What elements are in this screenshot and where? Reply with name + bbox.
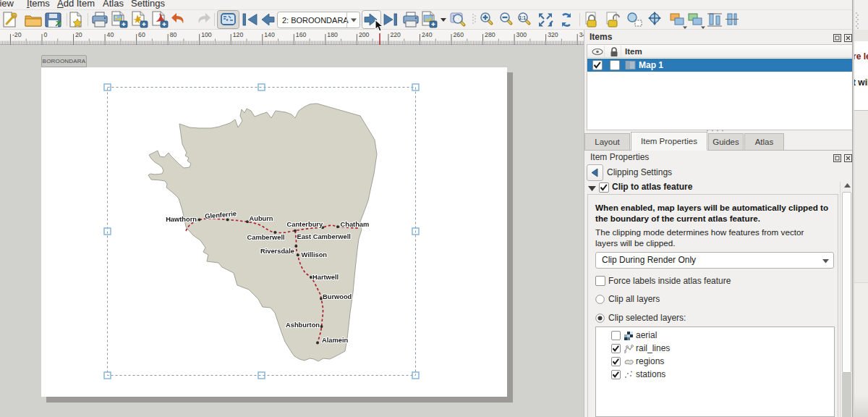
svg-text:Map 1: Map 1: [639, 60, 663, 70]
svg-text:Hawthorn: Hawthorn: [166, 216, 197, 223]
svg-text:120: 120: [233, 31, 244, 38]
svg-text:East Camberwell: East Camberwell: [297, 233, 351, 240]
svg-text:0: 0: [44, 31, 48, 38]
svg-text:-20: -20: [12, 31, 22, 38]
svg-text:320: 320: [548, 31, 558, 38]
svg-text:Alamein: Alamein: [322, 337, 348, 344]
svg-text:Burwood: Burwood: [323, 293, 352, 300]
svg-text:100: 100: [201, 31, 212, 38]
svg-text:2: BOROONDARA: 2: BOROONDARA: [282, 16, 349, 25]
svg-text:300: 300: [516, 31, 527, 38]
svg-text:200: 200: [359, 31, 370, 38]
svg-text:240: 240: [422, 31, 433, 38]
svg-text:160: 160: [296, 31, 307, 38]
svg-text:Camberwell: Camberwell: [247, 234, 285, 241]
svg-text:Willison: Willison: [302, 251, 328, 258]
svg-text:Hartwell: Hartwell: [312, 274, 339, 281]
svg-text:Chatham: Chatham: [341, 221, 370, 228]
svg-text:40: 40: [107, 31, 114, 38]
svg-text:80: 80: [170, 31, 177, 38]
svg-text:220: 220: [390, 31, 401, 38]
svg-text:180: 180: [327, 31, 338, 38]
svg-text:280: 280: [485, 31, 495, 38]
svg-text:Riversdale: Riversdale: [260, 248, 294, 255]
svg-text:20: 20: [75, 31, 82, 38]
svg-text:260: 260: [454, 31, 464, 38]
svg-text:140: 140: [264, 31, 275, 38]
svg-text:Auburn: Auburn: [250, 215, 273, 222]
svg-text:Canterbury: Canterbury: [287, 221, 323, 228]
svg-text:Ashburton: Ashburton: [286, 321, 320, 329]
svg-text:60: 60: [138, 31, 145, 38]
svg-text:1:1: 1:1: [519, 15, 527, 20]
